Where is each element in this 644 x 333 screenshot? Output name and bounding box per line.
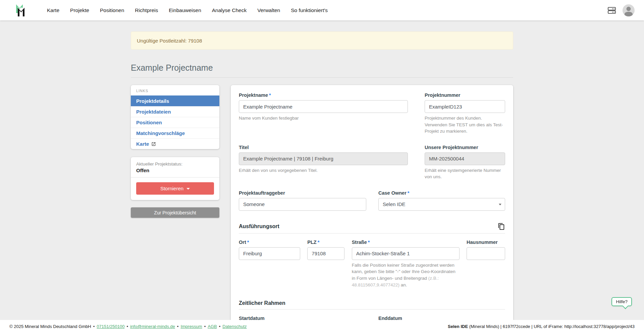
nav-item-so-funktionierts[interactable]: So funktioniert's: [287, 5, 332, 16]
required-asterisk: *: [269, 92, 271, 98]
footer-link-impressum[interactable]: Impressum: [180, 324, 202, 329]
plz-input[interactable]: [307, 247, 344, 260]
main-nav: Karte Projekte Positionen Richtpreis Ein…: [43, 5, 332, 16]
projektname-label: Projektname: [239, 92, 268, 98]
strasse-helper: Falls die Position keiner Straße zugeord…: [352, 262, 460, 288]
footer-link-datenschutz[interactable]: Datenschutz: [222, 324, 247, 329]
field-projektnummer: Projektnummer Projektnummer des Kunden. …: [425, 92, 505, 135]
footer-link-phone[interactable]: 07151/250100: [97, 324, 124, 329]
zur-projektuebersicht-button[interactable]: Zur Projektübersicht: [131, 207, 219, 218]
field-enddatum: Enddatum: [378, 316, 505, 320]
user-avatar[interactable]: [623, 4, 635, 16]
avatar-body-icon: [625, 12, 633, 16]
case-owner-select[interactable]: Selen IDE: [378, 198, 505, 211]
server-status-icon[interactable]: [607, 6, 616, 15]
ausfuehrungsort-section-header: Ausführungsort: [239, 223, 505, 234]
sidebar-item-positionen[interactable]: Positionen: [131, 117, 219, 128]
zeitlicher-rahmen-section-header: Zeitlicher Rahmen: [239, 300, 505, 310]
strasse-input[interactable]: [352, 247, 460, 260]
enddatum-label: Enddatum: [378, 316, 505, 320]
warning-banner: Ungültige Postleitzahl: 79108: [131, 31, 513, 50]
projektnummer-input[interactable]: [425, 100, 505, 113]
field-projektname: Projektname* Name vom Kunden festlegbar: [239, 92, 408, 135]
required-asterisk: *: [368, 240, 370, 245]
sidebar-item-karte[interactable]: Karte: [131, 138, 219, 149]
unsere-projektnummer-label: Unsere Projektnummer: [425, 145, 505, 150]
field-startdatum: Startdatum: [239, 316, 366, 320]
sidebar-item-label: Positionen: [136, 120, 162, 125]
plz-label: PLZ: [307, 240, 316, 245]
projektname-input[interactable]: [239, 100, 408, 113]
sidebar-item-label: Karte: [136, 141, 149, 147]
page-title: Example Projectname: [131, 63, 513, 78]
nav-item-verwalten[interactable]: Verwalten: [253, 5, 284, 16]
projektnummer-label: Projektnummer: [425, 92, 505, 98]
sidebar-item-matchingvorschlaege[interactable]: Matchingvorschläge: [131, 128, 219, 138]
titel-input: [239, 152, 408, 165]
field-ort: Ort*: [239, 240, 300, 288]
required-asterisk: *: [247, 240, 249, 245]
required-asterisk: *: [408, 190, 410, 196]
titel-label: Titel: [239, 145, 408, 150]
hausnummer-input[interactable]: [467, 247, 505, 260]
status-value: Offen: [136, 168, 214, 173]
field-case-owner: Case Owner* Selen IDE: [378, 190, 505, 211]
select-caret-icon: [499, 204, 501, 205]
projektnummer-helper: Projektnummer des Kunden. Verwenden Sie …: [425, 115, 505, 135]
status-label: Aktueller Projektstatus:: [136, 161, 214, 166]
mineral-minds-logo-icon[interactable]: [13, 3, 28, 18]
sidebar: LINKS Projektdetails Projektdateien Posi…: [131, 85, 219, 218]
footer-link-agb[interactable]: AGB: [208, 324, 217, 329]
external-link-icon: [151, 142, 156, 146]
nav-item-richtpreis[interactable]: Richtpreis: [131, 5, 162, 16]
zeitlicher-rahmen-heading: Zeitlicher Rahmen: [239, 300, 285, 306]
footer-link-email[interactable]: info@mineral-minds.de: [130, 324, 175, 329]
required-asterisk: *: [318, 240, 320, 245]
field-projektauftraggeber: Projektauftraggeber: [239, 190, 366, 211]
projektname-helper: Name vom Kunden festlegbar: [239, 115, 408, 122]
project-details-card: Projektname* Name vom Kunden festlegbar …: [231, 85, 513, 320]
warning-banner-text: Ungültige Postleitzahl: 79108: [137, 38, 202, 44]
links-card-header: LINKS: [131, 85, 219, 95]
unsere-projektnummer-helper: Erhält eine systemgenerierte Nummer von …: [425, 167, 505, 180]
projektauftraggeber-input[interactable]: [239, 198, 366, 211]
ort-input[interactable]: [239, 247, 300, 260]
sidebar-item-label: Projektdateien: [136, 109, 171, 115]
hausnummer-label: Hausnummer: [467, 240, 505, 245]
nav-item-einbauweisen[interactable]: Einbauweisen: [165, 5, 205, 16]
ort-label: Ort: [239, 240, 246, 245]
links-card: LINKS Projektdetails Projektdateien Posi…: [131, 85, 219, 149]
help-button[interactable]: Hilfe?: [611, 297, 632, 306]
nav-item-karte[interactable]: Karte: [43, 5, 63, 16]
field-plz: PLZ*: [307, 240, 344, 288]
sidebar-item-label: Projektdetails: [136, 98, 169, 104]
nav-item-positionen[interactable]: Positionen: [96, 5, 128, 16]
footer-copyright: © 2025 Mineral Minds Deutschland GmbH: [9, 324, 91, 329]
ausfuehrungsort-heading: Ausführungsort: [239, 223, 279, 229]
case-owner-selected-value: Selen IDE: [383, 201, 406, 207]
sidebar-item-projektdetails[interactable]: Projektdetails: [131, 95, 219, 106]
nav-item-analyse-check[interactable]: Analyse Check: [208, 5, 251, 16]
titel-helper: Erhält den von uns vorgegebenen Titel.: [239, 167, 408, 174]
stornieren-button-label: Stornieren: [160, 186, 183, 191]
status-card: Aktueller Projektstatus: Offen Storniere…: [131, 157, 219, 200]
footer-session-info: Selen IDE (Mineral Minds) | 6197f72ccede…: [448, 324, 635, 329]
footer: © 2025 Mineral Minds Deutschland GmbH • …: [0, 320, 644, 333]
field-titel: Titel Erhält den von uns vorgegebenen Ti…: [239, 145, 408, 180]
case-owner-label: Case Owner: [378, 190, 407, 196]
startdatum-label: Startdatum: [239, 316, 366, 320]
projektauftraggeber-label: Projektauftraggeber: [239, 190, 366, 196]
sidebar-item-projektdateien[interactable]: Projektdateien: [131, 106, 219, 117]
field-hausnummer: Hausnummer: [467, 240, 505, 288]
status-divider: [131, 177, 219, 178]
copy-address-icon[interactable]: [498, 223, 505, 230]
top-navbar: Karte Projekte Positionen Richtpreis Ein…: [0, 0, 644, 20]
nav-item-projekte[interactable]: Projekte: [66, 5, 93, 16]
field-unsere-projektnummer: Unsere Projektnummer Erhält eine systemg…: [425, 145, 505, 180]
stornieren-button[interactable]: Stornieren: [136, 182, 214, 195]
unsere-projektnummer-input: [425, 152, 505, 165]
sidebar-item-label: Matchingvorschläge: [136, 130, 185, 136]
page-content: Ungültige Postleitzahl: 79108 Example Pr…: [0, 20, 644, 320]
strasse-label: Straße: [352, 240, 367, 245]
chevron-down-icon: [186, 188, 190, 190]
